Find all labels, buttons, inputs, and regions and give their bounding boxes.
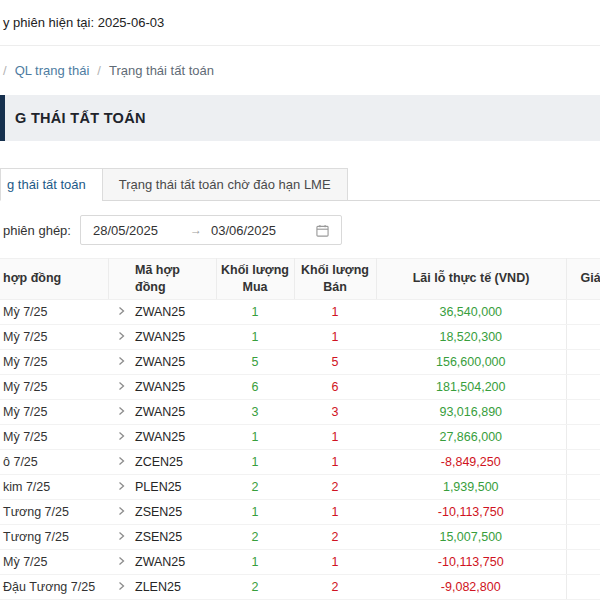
expand-row-icon[interactable] (117, 581, 126, 591)
expand-row-icon[interactable] (117, 356, 126, 366)
price-cell (566, 474, 600, 499)
realized-pnl: 36,540,000 (376, 299, 566, 324)
tab-trang-thai-tat-toan[interactable]: g thái tất toán (0, 168, 103, 201)
expand-row-icon[interactable] (117, 556, 126, 566)
expand-row-icon[interactable] (117, 531, 126, 541)
realized-pnl: -10,113,750 (376, 499, 566, 524)
tab-tat-toan-cho-dao-han-lme[interactable]: Trạng thái tất toán chờ đáo hạn LME (102, 168, 348, 201)
date-from-input[interactable]: 28/05/2025 (93, 223, 181, 238)
date-to-input[interactable]: 03/06/2025 (211, 223, 299, 238)
contract-code: ZCEN25 (134, 449, 216, 474)
contract-name: Mỳ 7/25 (0, 324, 108, 349)
buy-volume: 1 (216, 499, 294, 524)
tab-bar: g thái tất toán Trạng thái tất toán chờ … (0, 168, 600, 201)
breadcrumb-link-ql-trang-thai[interactable]: QL trạng thái (15, 63, 90, 78)
sell-volume: 1 (294, 549, 376, 574)
price-cell (566, 549, 600, 574)
sell-volume: 3 (294, 399, 376, 424)
price-cell (566, 399, 600, 424)
breadcrumb-current: Trạng thái tất toán (109, 63, 214, 78)
buy-volume: 2 (216, 524, 294, 549)
price-cell (566, 349, 600, 374)
realized-pnl: -10,113,750 (376, 549, 566, 574)
contract-code: ZWAN25 (134, 399, 216, 424)
expand-cell (108, 324, 134, 349)
expand-row-icon[interactable] (117, 506, 126, 516)
expand-row-icon[interactable] (117, 481, 126, 491)
table-row: Mỳ 7/25ZWAN251118,520,300 (0, 324, 600, 349)
contract-name: Mỳ 7/25 (0, 399, 108, 424)
sell-volume: 1 (294, 449, 376, 474)
expand-cell (108, 524, 134, 549)
date-filter-row: phiên ghép: 28/05/2025 → 03/06/2025 (3, 215, 600, 245)
contract-name: Tương 7/25 (0, 524, 108, 549)
session-date-label: y phiên hiện tại: 2025-06-03 (3, 15, 164, 30)
realized-pnl: 93,016,890 (376, 399, 566, 424)
table-row: Tương 7/25ZSEN252215,007,500 (0, 524, 600, 549)
contract-name: Mỳ 7/25 (0, 299, 108, 324)
buy-volume: 1 (216, 299, 294, 324)
price-cell (566, 324, 600, 349)
realized-pnl: 15,007,500 (376, 524, 566, 549)
expand-cell (108, 374, 134, 399)
sell-volume: 5 (294, 349, 376, 374)
table-row: kim 7/25PLEN25221,939,500 (0, 474, 600, 499)
settlement-table: hợp đồng Mã hợp đồng Khối lượng Mua Khối… (0, 258, 600, 600)
contract-code: ZWAN25 (134, 349, 216, 374)
buy-volume: 1 (216, 549, 294, 574)
contract-code: ZLEN25 (134, 574, 216, 599)
expand-cell (108, 299, 134, 324)
price-cell (566, 499, 600, 524)
contract-code: ZWAN25 (134, 299, 216, 324)
col-header-contract-code: Mã hợp đồng (134, 259, 216, 300)
buy-volume: 1 (216, 324, 294, 349)
buy-volume: 2 (216, 574, 294, 599)
buy-volume: 1 (216, 424, 294, 449)
table-row: Tương 7/25ZSEN2511-10,113,750 (0, 499, 600, 524)
buy-volume: 2 (216, 474, 294, 499)
realized-pnl: 27,866,000 (376, 424, 566, 449)
price-cell (566, 299, 600, 324)
sell-volume: 1 (294, 324, 376, 349)
contract-name: Mỳ 7/25 (0, 349, 108, 374)
expand-cell (108, 549, 134, 574)
contract-code: ZSEN25 (134, 499, 216, 524)
contract-name: ô 7/25 (0, 449, 108, 474)
sell-volume: 1 (294, 299, 376, 324)
expand-row-icon[interactable] (117, 331, 126, 341)
expand-row-icon[interactable] (117, 306, 126, 316)
contract-name: Đậu Tương 7/25 (0, 574, 108, 599)
page-title: G THÁI TẤT TOÁN (0, 110, 146, 126)
expand-cell (108, 499, 134, 524)
realized-pnl: -9,082,800 (376, 574, 566, 599)
table-row: Đậu Tương 7/25ZLEN2522-9,082,800 (0, 574, 600, 599)
expand-row-icon[interactable] (117, 381, 126, 391)
table-row: ô 7/25ZCEN2511-8,849,250 (0, 449, 600, 474)
expand-cell (108, 474, 134, 499)
expand-row-icon[interactable] (117, 431, 126, 441)
expand-row-icon[interactable] (117, 456, 126, 466)
col-header-price: Giá (566, 259, 600, 300)
topbar: y phiên hiện tại: 2025-06-03 (0, 0, 600, 46)
price-cell (566, 574, 600, 599)
price-cell (566, 449, 600, 474)
date-range-picker[interactable]: 28/05/2025 → 03/06/2025 (80, 215, 342, 245)
col-header-buy-volume: Khối lượng Mua (216, 259, 294, 300)
table-row: Mỳ 7/25ZWAN2555156,600,000 (0, 349, 600, 374)
sell-volume: 2 (294, 474, 376, 499)
expand-cell (108, 349, 134, 374)
buy-volume: 3 (216, 399, 294, 424)
contract-code: ZWAN25 (134, 324, 216, 349)
contract-code: ZWAN25 (134, 549, 216, 574)
sidebar-edge (0, 95, 5, 141)
breadcrumb-separator: / (97, 63, 101, 78)
buy-volume: 6 (216, 374, 294, 399)
contract-code: PLEN25 (134, 474, 216, 499)
realized-pnl: 1,939,500 (376, 474, 566, 499)
table-row: Mỳ 7/25ZWAN253393,016,890 (0, 399, 600, 424)
expand-cell (108, 424, 134, 449)
expand-row-icon[interactable] (117, 406, 126, 416)
realized-pnl: -8,849,250 (376, 449, 566, 474)
date-filter-label: phiên ghép: (3, 223, 71, 238)
buy-volume: 1 (216, 449, 294, 474)
